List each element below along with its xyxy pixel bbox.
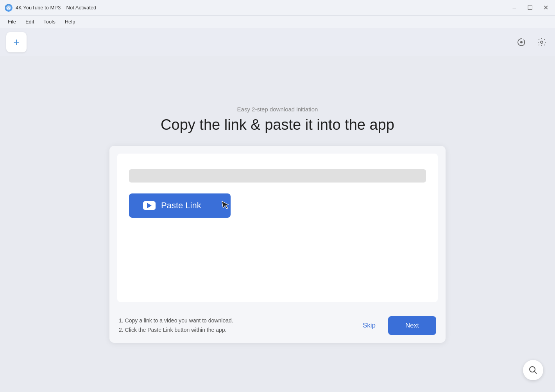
add-button[interactable]: + — [6, 32, 27, 52]
toolbar-right — [514, 35, 549, 49]
menu-help[interactable]: Help — [60, 17, 80, 26]
smart-mode-button[interactable] — [514, 35, 528, 49]
page-title: Copy the link & paste it into the app — [161, 116, 394, 133]
svg-point-1 — [520, 41, 523, 43]
skip-button[interactable]: Skip — [356, 318, 382, 333]
search-icon — [529, 366, 537, 374]
menu-bar: File Edit Tools Help — [0, 16, 555, 28]
instruction-line-2: 2. Click the Paste Link button within th… — [119, 326, 233, 335]
main-content: Easy 2-step download initiation Copy the… — [0, 56, 555, 392]
next-button[interactable]: Next — [388, 316, 436, 335]
card-inner: Paste Link — [117, 154, 438, 302]
settings-button[interactable] — [535, 35, 549, 49]
onboarding-card: Paste Link 1. Copy a link to a video you… — [109, 146, 446, 343]
url-bar-mock — [129, 169, 426, 183]
menu-tools[interactable]: Tools — [39, 17, 60, 26]
paste-link-button[interactable]: Paste Link — [129, 193, 231, 218]
toolbar: + — [0, 28, 555, 56]
minimize-button[interactable]: – — [510, 3, 519, 13]
instructions: 1. Copy a link to a video you want to do… — [119, 316, 233, 335]
window-controls: – ☐ ✕ — [510, 3, 550, 13]
paste-link-label: Paste Link — [161, 200, 201, 211]
youtube-icon — [143, 201, 156, 210]
svg-line-4 — [535, 372, 537, 374]
title-bar: 4K YouTube to MP3 – Not Activated – ☐ ✕ — [0, 0, 555, 16]
app-icon — [5, 4, 13, 12]
card-footer: 1. Copy a link to a video you want to do… — [109, 310, 446, 343]
restore-button[interactable]: ☐ — [525, 3, 535, 13]
menu-edit[interactable]: Edit — [21, 17, 39, 26]
close-button[interactable]: ✕ — [541, 3, 550, 13]
menu-file[interactable]: File — [3, 17, 21, 26]
svg-point-3 — [530, 367, 535, 372]
smart-mode-icon — [517, 38, 526, 47]
search-fab-button[interactable] — [523, 360, 543, 380]
svg-point-2 — [541, 41, 543, 43]
footer-buttons: Skip Next — [356, 316, 436, 335]
settings-icon — [537, 38, 546, 47]
subtitle: Easy 2-step download initiation — [237, 106, 318, 113]
instruction-line-1: 1. Copy a link to a video you want to do… — [119, 316, 233, 326]
play-triangle-icon — [147, 203, 152, 208]
title-bar-text: 4K YouTube to MP3 – Not Activated — [16, 5, 96, 11]
